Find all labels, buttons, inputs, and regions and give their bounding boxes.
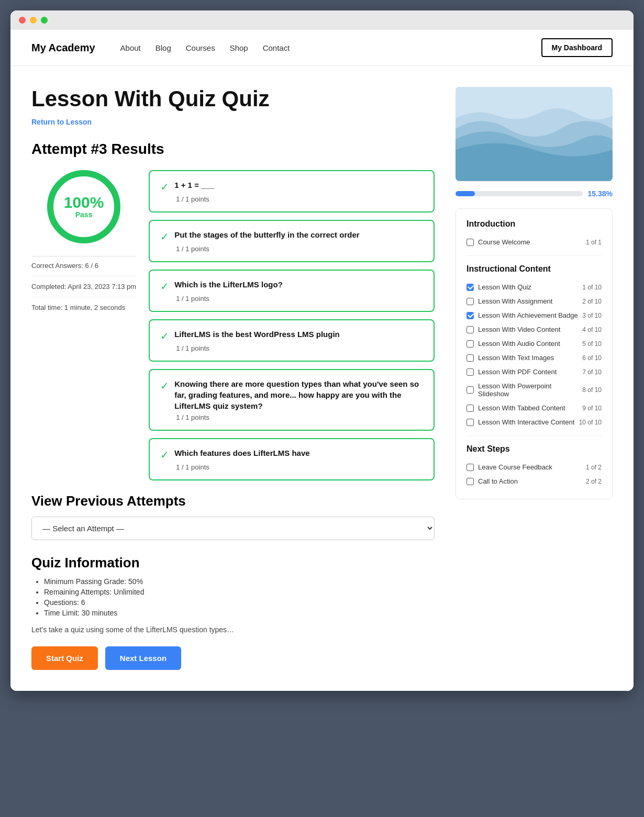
quiz-description: Let's take a quiz using some of the Lift… [31,625,435,634]
sidebar-item-label-1-8: Lesson With Tabbed Content [478,404,565,412]
sidebar-item-1-3[interactable]: Lesson With Video Content4 of 10 [467,322,602,337]
next-lesson-button[interactable]: Next Lesson [105,646,181,670]
sidebar-item-0-0[interactable]: Course Welcome1 of 1 [467,235,602,249]
nav-link-contact[interactable]: Contact [263,43,290,52]
quiz-info-item-4: Time Limit: 30 minutes [44,609,435,617]
sidebar-item-left-1-4: Lesson With Audio Content [467,340,560,348]
sidebar-item-count-1-6: 7 of 10 [582,368,602,376]
sidebar-item-1-4[interactable]: Lesson With Audio Content5 of 10 [467,337,602,351]
quiz-info-item-2: Remaining Attempts: Unlimited [44,588,435,596]
score-pass-label: Pass [75,210,93,219]
page-title: Lesson With Quiz Quiz [31,87,435,111]
sidebar-item-left-2-1: Call to Action [467,477,518,485]
sidebar-item-label-0-0: Course Welcome [478,238,530,246]
question-card-2: ✓ Put the stages of the butterfly in the… [149,220,435,262]
sidebar-item-left-1-6: Lesson With PDF Content [467,368,557,376]
question-card-3: ✓ Which is the LifterLMS logo? 1 / 1 poi… [149,270,435,312]
sidebar-item-label-1-2: Lesson With Achievement Badge [478,311,578,319]
sidebar-item-label-2-1: Call to Action [478,477,518,485]
score-meta: Correct Answers: 6 / 6 Completed: April … [31,256,136,324]
questions-list: ✓ 1 + 1 = ___ 1 / 1 points ✓ Put the sta… [149,170,435,480]
sidebar-item-left-1-0: Lesson With Quiz [467,283,531,291]
sidebar-checkbox-1-0 [467,284,474,291]
question-header-4: ✓ LifterLMS is the best WordPress LMS pl… [160,329,423,342]
sidebar-item-1-7[interactable]: Lesson With Powerpoint Slideshow8 of 10 [467,379,602,401]
sidebar-checkbox-2-0 [467,464,474,471]
question-points-6: 1 / 1 points [176,463,423,471]
question-points-3: 1 / 1 points [176,295,423,303]
sidebar-section-title-1: Instructional Content [467,264,602,274]
question-card-1: ✓ 1 + 1 = ___ 1 / 1 points [149,170,435,212]
nav-link-about[interactable]: About [120,43,141,52]
question-header-3: ✓ Which is the LifterLMS logo? [160,279,423,293]
progress-bar-fill [456,191,475,196]
wave-illustration [456,87,613,181]
sidebar-item-2-0[interactable]: Leave Course Feedback1 of 2 [467,460,602,474]
sidebar-item-count-1-5: 6 of 10 [582,354,602,362]
sidebar-item-1-9[interactable]: Lesson With Interactive Content10 of 10 [467,415,602,429]
sidebar-item-1-6[interactable]: Lesson With PDF Content7 of 10 [467,365,602,379]
sidebar-divider-1 [467,435,602,436]
dashboard-button[interactable]: My Dashboard [541,38,613,57]
sidebar-item-1-2[interactable]: Lesson With Achievement Badge3 of 10 [467,308,602,322]
sidebar-section-title-0: Introduction [467,219,602,229]
question-check-icon-6: ✓ [160,449,169,461]
start-quiz-button[interactable]: Start Quiz [31,646,98,670]
sidebar-item-1-8[interactable]: Lesson With Tabbed Content9 of 10 [467,401,602,415]
dot-green[interactable] [41,17,48,24]
question-card-6: ✓ Which features does LifterLMS have 1 /… [149,438,435,480]
sidebar-item-left-2-0: Leave Course Feedback [467,463,552,471]
sidebar-item-label-2-0: Leave Course Feedback [478,463,552,471]
sidebar-checkbox-1-8 [467,405,474,412]
return-to-lesson-link[interactable]: Return to Lesson [31,118,92,126]
sidebar-checkbox-1-4 [467,340,474,348]
sidebar-item-label-1-5: Lesson With Text Images [478,354,554,362]
question-text-2: Put the stages of the butterfly in the c… [174,229,359,240]
dot-yellow[interactable] [30,17,37,24]
attempt-select[interactable]: — Select an Attempt — [31,517,435,540]
total-time: Total time: 1 minute, 2 seconds [31,304,136,318]
question-text-1: 1 + 1 = ___ [174,180,214,191]
sidebar-item-count-1-4: 5 of 10 [582,340,602,348]
sidebar-checkbox-1-6 [467,368,474,376]
sidebar-item-1-1[interactable]: Lesson With Assignment2 of 10 [467,294,602,308]
sidebar-item-1-0[interactable]: Lesson With Quiz1 of 10 [467,280,602,294]
sidebar-item-count-1-2: 3 of 10 [582,312,602,319]
sidebar-item-2-1[interactable]: Call to Action2 of 2 [467,474,602,488]
dot-red[interactable] [19,17,26,24]
question-check-icon-5: ✓ [160,379,169,392]
sidebar-item-label-1-6: Lesson With PDF Content [478,368,557,376]
sidebar-checkbox-2-1 [467,478,474,485]
progress-bar-background [456,191,583,196]
question-header-2: ✓ Put the stages of the butterfly in the… [160,229,423,243]
nav-link-blog[interactable]: Blog [156,43,171,52]
question-points-4: 1 / 1 points [176,344,423,352]
page-content: Lesson With Quiz Quiz Return to Lesson A… [10,66,634,691]
sidebar-checkbox-1-1 [467,298,474,305]
question-card-4: ✓ LifterLMS is the best WordPress LMS pl… [149,319,435,362]
results-row: 100% Pass Correct Answers: 6 / 6 Complet… [31,170,435,480]
sidebar-item-count-1-1: 2 of 10 [582,298,602,305]
sidebar-checkbox-1-5 [467,354,474,362]
nav-links: About Blog Courses Shop Contact [120,43,541,52]
action-buttons: Start Quiz Next Lesson [31,646,435,670]
sidebar-item-count-1-0: 1 of 10 [582,284,602,291]
sidebar-item-left-1-1: Lesson With Assignment [467,297,552,305]
browser-chrome [10,10,634,30]
nav-link-courses[interactable]: Courses [186,43,215,52]
question-check-icon-2: ✓ [160,230,169,243]
sidebar-item-count-2-0: 1 of 2 [586,464,602,471]
score-circle-wrap: 100% Pass Correct Answers: 6 / 6 Complet… [31,170,136,324]
question-header-5: ✓ Knowing there are more question types … [160,378,423,411]
sidebar-checkbox-1-3 [467,326,474,333]
sidebar-item-count-1-3: 4 of 10 [582,326,602,333]
question-check-icon-3: ✓ [160,280,169,293]
question-check-icon-1: ✓ [160,181,169,193]
sidebar-item-1-5[interactable]: Lesson With Text Images6 of 10 [467,351,602,365]
sidebar-item-left-1-2: Lesson With Achievement Badge [467,311,578,319]
sidebar-item-left-1-7: Lesson With Powerpoint Slideshow [467,382,582,398]
question-text-3: Which is the LifterLMS logo? [174,279,283,290]
attempt-title: Attempt #3 Results [31,141,435,158]
nav-link-shop[interactable]: Shop [230,43,248,52]
sidebar-item-count-1-9: 10 of 10 [579,419,602,426]
